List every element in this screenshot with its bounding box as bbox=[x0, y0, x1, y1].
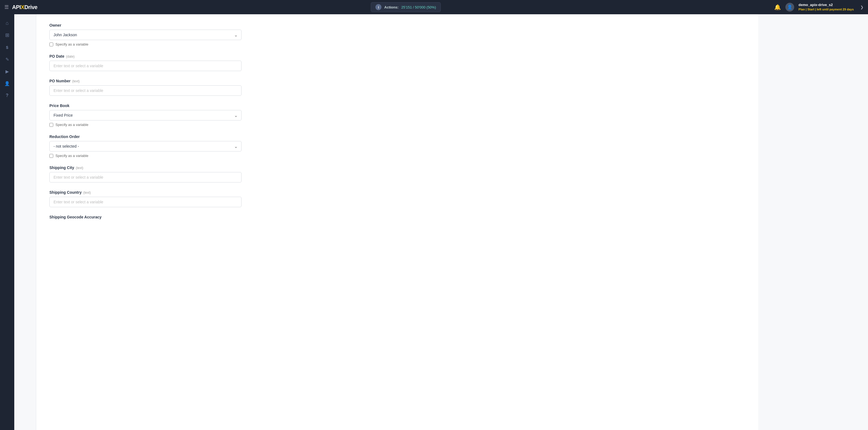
app-body: ⌂ ⊞ $ ✎ ▶ 👤 ? Owner John Jackson ⌄ Speci… bbox=[0, 14, 868, 430]
shipping-country-label: Shipping Country (text) bbox=[50, 190, 745, 194]
reduction-order-select-wrapper: - not selected - ⌄ bbox=[50, 141, 242, 151]
sidebar-item-tools[interactable]: ✎ bbox=[2, 54, 12, 65]
right-panel bbox=[758, 14, 868, 430]
reduction-order-specify-label[interactable]: Specify as a variable bbox=[56, 154, 88, 158]
logo-drive: Drive bbox=[24, 4, 38, 10]
po-date-label: PO Date (date) bbox=[50, 54, 745, 58]
owner-specify-variable: Specify as a variable bbox=[50, 42, 745, 47]
price-book-select-wrapper: Fixed Price ⌄ bbox=[50, 110, 242, 120]
top-navigation: ☰ APIXDrive i Actions: 25'151 / 50'000 (… bbox=[0, 0, 868, 14]
actions-box[interactable]: i Actions: 25'151 / 50'000 (50%) bbox=[371, 2, 440, 12]
user-info[interactable]: demo_apix-drive_s2 Plan | Start | left u… bbox=[799, 2, 854, 12]
sidebar-item-help[interactable]: ? bbox=[2, 90, 12, 101]
hamburger-icon[interactable]: ☰ bbox=[4, 4, 9, 10]
username: demo_apix-drive_s2 bbox=[799, 2, 854, 7]
sidebar-item-profile[interactable]: 👤 bbox=[2, 78, 12, 89]
main-content: Owner John Jackson ⌄ Specify as a variab… bbox=[36, 14, 758, 430]
expand-icon[interactable]: ❯ bbox=[860, 5, 864, 9]
shipping-city-section: Shipping City (text) bbox=[50, 165, 745, 183]
actions-label: Actions: bbox=[384, 5, 399, 9]
avatar[interactable]: 👤 bbox=[785, 3, 794, 11]
price-book-select[interactable]: Fixed Price bbox=[50, 110, 242, 120]
reduction-order-section: Reduction Order - not selected - ⌄ Speci… bbox=[50, 134, 745, 158]
po-date-input[interactable] bbox=[50, 61, 242, 71]
po-number-input[interactable] bbox=[50, 85, 242, 96]
shipping-city-input[interactable] bbox=[50, 172, 242, 183]
owner-specify-checkbox[interactable] bbox=[50, 42, 53, 47]
price-book-section: Price Book Fixed Price ⌄ Specify as a va… bbox=[50, 103, 745, 127]
po-date-section: PO Date (date) bbox=[50, 54, 745, 71]
po-number-section: PO Number (text) bbox=[50, 79, 745, 96]
left-panel bbox=[14, 14, 36, 430]
owner-specify-label[interactable]: Specify as a variable bbox=[56, 42, 88, 47]
owner-select[interactable]: John Jackson bbox=[50, 30, 242, 40]
reduction-order-label: Reduction Order bbox=[50, 134, 745, 139]
nav-right: 🔔 👤 demo_apix-drive_s2 Plan | Start | le… bbox=[774, 2, 864, 12]
sidebar-item-dashboard[interactable]: ⊞ bbox=[2, 30, 12, 41]
user-plan: Plan | Start | left until payment 29 day… bbox=[799, 7, 854, 11]
po-number-label: PO Number (text) bbox=[50, 79, 745, 83]
logo-api: API bbox=[12, 4, 21, 10]
shipping-geocode-label: Shipping Geocode Accuracy bbox=[50, 215, 745, 219]
nav-left: ☰ APIXDrive bbox=[4, 4, 37, 10]
price-book-specify-label[interactable]: Specify as a variable bbox=[56, 123, 88, 127]
reduction-order-select[interactable]: - not selected - bbox=[50, 141, 242, 151]
actions-count: 25'151 / 50'000 (50%) bbox=[401, 5, 436, 9]
price-book-specify-checkbox[interactable] bbox=[50, 123, 53, 127]
price-book-specify-variable: Specify as a variable bbox=[50, 123, 745, 127]
shipping-geocode-section: Shipping Geocode Accuracy bbox=[50, 215, 745, 219]
shipping-country-input[interactable] bbox=[50, 197, 242, 207]
info-icon: i bbox=[375, 4, 381, 10]
shipping-city-label: Shipping City (text) bbox=[50, 165, 745, 170]
reduction-order-specify-variable: Specify as a variable bbox=[50, 154, 745, 158]
sidebar-item-play[interactable]: ▶ bbox=[2, 66, 12, 77]
owner-label: Owner bbox=[50, 23, 745, 27]
logo-x: X bbox=[21, 4, 24, 10]
sidebar: ⌂ ⊞ $ ✎ ▶ 👤 ? bbox=[0, 14, 14, 430]
bell-icon[interactable]: 🔔 bbox=[774, 4, 781, 10]
owner-section: Owner John Jackson ⌄ Specify as a variab… bbox=[50, 23, 745, 47]
logo[interactable]: APIXDrive bbox=[12, 4, 37, 10]
nav-center: i Actions: 25'151 / 50'000 (50%) bbox=[37, 2, 774, 12]
owner-select-wrapper: John Jackson ⌄ bbox=[50, 30, 242, 40]
shipping-country-section: Shipping Country (text) bbox=[50, 190, 745, 207]
logo-text: APIXDrive bbox=[12, 4, 37, 10]
price-book-label: Price Book bbox=[50, 103, 745, 108]
reduction-order-specify-checkbox[interactable] bbox=[50, 154, 53, 158]
sidebar-item-home[interactable]: ⌂ bbox=[2, 18, 12, 29]
sidebar-item-billing[interactable]: $ bbox=[2, 42, 12, 53]
